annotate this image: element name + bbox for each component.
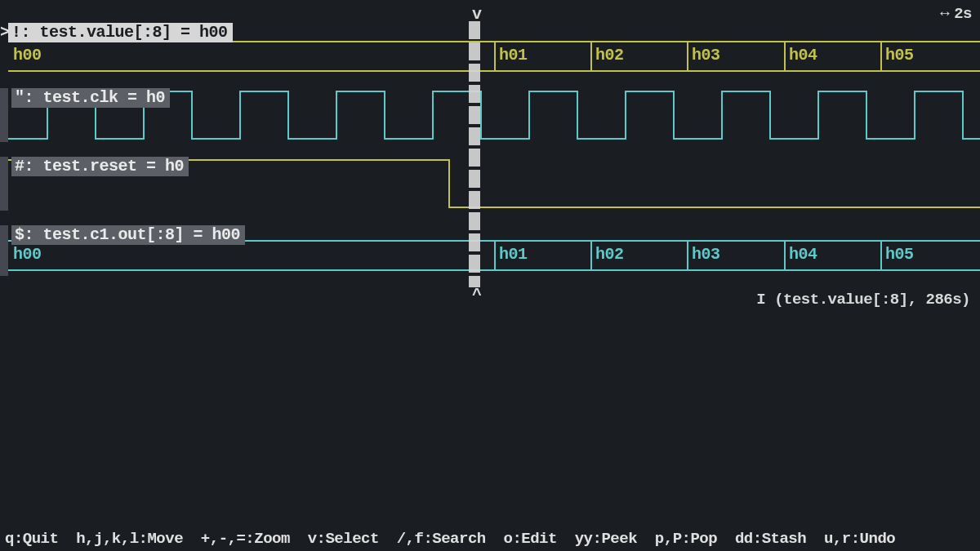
keybind-help-bar: q:Quit h,j,k,l:Move +,-,=:Zoom v:Select … [0, 530, 980, 548]
row-gutter [0, 88, 8, 142]
row-gutter [0, 157, 8, 211]
bus-value: h00 [13, 46, 42, 64]
bus-track-value[interactable]: h00h01h02h03h04h05 [8, 41, 980, 72]
scale-arrow-icon [940, 5, 954, 23]
bus-value: h05 [885, 245, 914, 264]
bus-transition [784, 41, 786, 72]
bus-value: h01 [499, 46, 528, 64]
bus-value: h04 [789, 46, 817, 64]
cursor-marker[interactable] [469, 21, 480, 287]
bus-value: h03 [692, 245, 720, 264]
bus-value: h00 [13, 245, 42, 264]
bus-transition [494, 41, 496, 72]
bus-value: h05 [885, 46, 914, 64]
signal-row-value[interactable]: > !: test.value[:8] = h00 h00h01h02h03h0… [0, 23, 980, 73]
bus-value: h02 [595, 245, 624, 264]
bus-transition [687, 41, 688, 72]
cursor-caret-bottom: ^ [472, 286, 482, 304]
signal-row-reset[interactable]: #: test.reset = h0 [0, 157, 980, 211]
signal-label-value[interactable]: !: test.value[:8] = h00 [8, 23, 233, 42]
bus-transition [687, 240, 688, 271]
signal-label-c1out[interactable]: $: test.c1.out[:8] = h00 [11, 225, 245, 245]
bus-transition [784, 240, 786, 271]
signal-label-clk[interactable]: ": test.clk = h0 [11, 88, 170, 108]
bus-value: h02 [595, 46, 624, 64]
time-scale-readout: 2s [940, 5, 972, 23]
bus-transition [590, 240, 592, 271]
signal-row-c1out[interactable]: $: test.c1.out[:8] = h00 h00h01h02h03h04… [0, 225, 980, 276]
bus-value: h03 [692, 46, 720, 64]
bus-transition [494, 240, 496, 271]
row-gutter [0, 225, 8, 276]
scale-value: 2s [954, 5, 972, 23]
signal-row-clk[interactable]: ": test.clk = h0 [0, 88, 980, 142]
bus-transition [880, 240, 882, 271]
bus-value: h01 [499, 245, 528, 264]
bus-value: h04 [789, 245, 817, 264]
signal-label-reset[interactable]: #: test.reset = h0 [11, 157, 189, 176]
bus-transition [880, 41, 882, 72]
waveform-viewer[interactable]: 2s v ^ > !: test.value[:8] = h00 h00h01h… [0, 0, 980, 551]
bus-transition [590, 41, 592, 72]
selection-caret-icon: > [0, 23, 11, 42]
status-line: I (test.value[:8], 286s) [756, 291, 970, 309]
